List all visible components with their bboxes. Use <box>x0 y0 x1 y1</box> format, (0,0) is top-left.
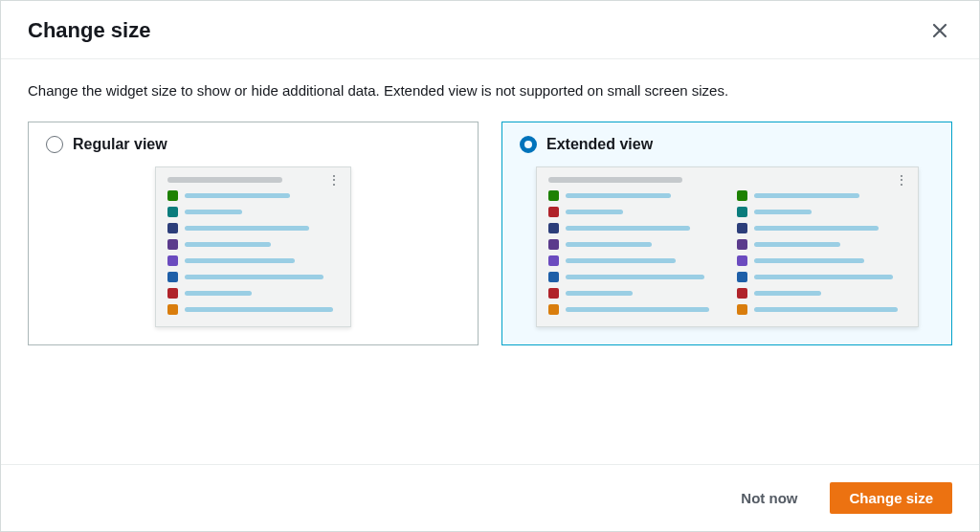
preview-column <box>737 190 906 315</box>
modal-header: Change size <box>1 1 979 59</box>
list-item <box>737 304 906 315</box>
option-label-extended: Extended view <box>546 136 653 153</box>
change-size-modal: Change size Change the widget size to sh… <box>0 0 980 532</box>
list-item <box>167 304 339 315</box>
row-bar <box>185 258 295 263</box>
row-bar <box>185 210 242 214</box>
preview-column <box>548 190 718 315</box>
preview-extended: ⋮ <box>520 166 934 327</box>
row-icon <box>737 239 747 250</box>
row-bar <box>185 226 309 231</box>
list-item <box>167 272 339 282</box>
list-item <box>737 190 906 201</box>
list-item <box>167 288 339 299</box>
row-bar <box>754 242 840 247</box>
list-item <box>737 239 906 250</box>
list-item <box>737 207 906 217</box>
radio-extended[interactable] <box>520 136 537 153</box>
row-icon <box>737 288 747 299</box>
preview-panel: ⋮ <box>536 166 919 327</box>
option-regular-view[interactable]: Regular view ⋮ <box>28 122 479 345</box>
row-icon <box>737 272 747 282</box>
list-item <box>548 255 718 266</box>
row-icon <box>167 272 178 282</box>
close-button[interactable] <box>927 18 952 43</box>
modal-description: Change the widget size to show or hide a… <box>28 82 952 99</box>
row-bar <box>566 258 676 263</box>
row-icon <box>167 255 178 266</box>
row-bar <box>754 275 893 279</box>
row-icon <box>548 223 559 233</box>
row-bar <box>566 307 709 312</box>
row-bar <box>754 226 879 231</box>
row-icon <box>548 239 559 250</box>
row-bar <box>566 242 652 247</box>
preview-titlebar: ⋮ <box>548 177 906 183</box>
row-icon <box>167 239 178 250</box>
preview-title-placeholder <box>167 177 282 183</box>
row-icon <box>548 207 559 217</box>
close-icon <box>931 22 948 39</box>
preview-titlebar: ⋮ <box>167 177 339 183</box>
preview-title-placeholder <box>548 177 682 183</box>
radio-regular[interactable] <box>46 136 63 153</box>
row-bar <box>566 226 690 231</box>
row-icon <box>737 304 747 315</box>
list-item <box>167 255 339 266</box>
row-bar <box>185 307 333 312</box>
row-bar <box>754 291 821 296</box>
row-icon <box>548 304 559 315</box>
row-bar <box>754 193 859 198</box>
row-bar <box>566 193 671 198</box>
kebab-icon: ⋮ <box>896 177 906 183</box>
row-bar <box>185 242 271 247</box>
row-bar <box>566 275 704 279</box>
list-item <box>548 288 718 299</box>
row-icon <box>737 255 747 266</box>
row-icon <box>548 255 559 266</box>
row-icon <box>548 272 559 282</box>
row-bar <box>566 291 633 296</box>
list-item <box>737 288 906 299</box>
preview-rows <box>167 190 339 315</box>
row-bar <box>754 307 898 312</box>
list-item <box>548 223 718 233</box>
not-now-button[interactable]: Not now <box>722 482 816 514</box>
row-icon <box>548 288 559 299</box>
row-icon <box>167 223 178 233</box>
option-header: Regular view <box>46 136 460 153</box>
row-bar <box>566 210 623 214</box>
option-label-regular: Regular view <box>73 136 167 153</box>
preview-columns <box>548 190 906 315</box>
row-bar <box>185 291 252 296</box>
row-icon <box>167 190 178 201</box>
row-bar <box>185 193 290 198</box>
row-icon <box>548 190 559 201</box>
list-item <box>737 223 906 233</box>
list-item <box>737 272 906 282</box>
row-icon <box>167 207 178 217</box>
row-icon <box>737 190 747 201</box>
list-item <box>548 207 718 217</box>
row-icon <box>167 288 178 299</box>
view-options: Regular view ⋮ <box>28 122 952 345</box>
option-extended-view[interactable]: Extended view ⋮ <box>501 122 952 345</box>
preview-regular: ⋮ <box>46 166 460 327</box>
list-item <box>548 239 718 250</box>
list-item <box>548 190 718 201</box>
modal-title: Change size <box>28 18 150 43</box>
row-bar <box>185 275 323 279</box>
list-item <box>737 255 906 266</box>
row-icon <box>737 223 747 233</box>
modal-footer: Not now Change size <box>1 464 979 531</box>
list-item <box>167 190 339 201</box>
list-item <box>167 207 339 217</box>
change-size-button[interactable]: Change size <box>830 482 952 514</box>
kebab-icon: ⋮ <box>328 177 339 183</box>
row-bar <box>754 258 864 263</box>
list-item <box>548 272 718 282</box>
row-bar <box>754 210 812 214</box>
list-item <box>167 239 339 250</box>
row-icon <box>737 207 747 217</box>
option-header: Extended view <box>520 136 934 153</box>
